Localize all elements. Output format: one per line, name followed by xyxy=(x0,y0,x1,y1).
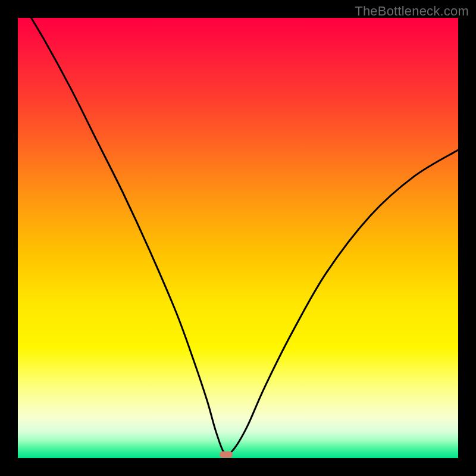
chart-frame: TheBottleneck.com xyxy=(0,0,476,476)
minimum-marker xyxy=(220,452,233,458)
watermark-text: TheBottleneck.com xyxy=(355,4,469,19)
plot-area xyxy=(18,18,458,458)
background-gradient xyxy=(18,18,458,458)
